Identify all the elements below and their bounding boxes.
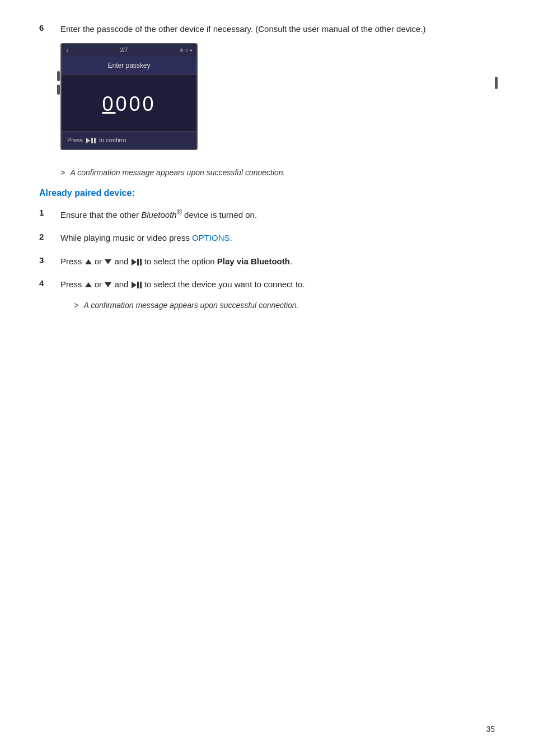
passkey-display: 0000 [102,88,156,120]
pause-bar-1 [91,138,93,143]
page-content: 6 Enter the passcode of the other device… [39,22,495,310]
step-3-text: Press or and to select the option Play v… [60,255,495,268]
step-4-number: 4 [39,278,60,288]
bar-4-1 [137,282,139,288]
step-6-number: 6 [39,22,60,32]
device-footer: Press to confirm [62,131,196,149]
step-4-and: and [114,279,130,289]
device-status-bar: ♪ 2/7 ✳ ○ ▪ [62,44,196,57]
step-4-or1: or [95,279,105,289]
bar-4-2 [140,282,142,288]
step-1-text: Ensure that the other Bluetooth® device … [60,207,495,221]
options-highlight: OPTIONS [192,233,230,242]
down-arrow-icon-4 [105,282,111,287]
device-btn-1 [57,71,60,81]
page-number: 35 [486,725,495,734]
passkey-cursor: 0 [102,92,115,115]
pause-bar-2 [94,138,96,143]
arrow-gt-2: > [74,301,78,310]
up-arrow-icon [85,259,92,264]
passkey-rest: 000 [115,92,156,115]
device-main-area: 0000 [62,75,196,131]
device-screenshot-wrapper: ♪ 2/7 ✳ ○ ▪ Enter passkey 00 [60,43,495,150]
bars-4 [137,282,142,288]
step-3-before: Press [60,256,85,266]
step-1-sup: ® [177,208,182,216]
step-3: 3 Press or and to select the option Play… [39,255,495,268]
play-triangle [86,138,90,143]
step-3-number: 3 [39,255,60,265]
page-indicator: 2/7 [120,46,128,55]
step-2-number: 2 [39,231,60,241]
step-2-before: While playing music or video press [60,233,192,242]
bar-3-1 [137,259,139,265]
step-2-text: While playing music or video press OPTIO… [60,231,495,244]
device-left-buttons [57,71,60,95]
step-3-after: . [290,256,292,266]
device-title-text: Enter passkey [107,62,150,69]
step-2: 2 While playing music or video press OPT… [39,231,495,244]
footer-to-confirm: to confirm [99,136,126,145]
step-6-text: Enter the passcode of the other device i… [60,22,495,158]
pause-bars [91,138,96,143]
step-3-and: and [114,256,130,266]
step-3-mid: to select the option [144,256,217,266]
step-6-content: Enter the passcode of the other device i… [60,24,426,34]
bar-3-2 [140,259,142,265]
music-icon: ♪ [66,46,69,55]
play-pause-btn-4 [132,282,142,288]
status-left: ♪ [66,46,69,55]
tri-3 [132,259,137,265]
confirmation-2-text: A confirmation message appears upon succ… [84,301,299,310]
tri-4 [132,282,137,288]
step-2-after: . [230,233,232,242]
step-4-before: Press [60,279,85,289]
step-4-text: Press or and to select the device you wa… [60,278,495,291]
section-heading-text: Already paired device: [39,188,135,198]
confirmation-note-1: > A confirmation message appears upon su… [60,168,495,177]
step-4-mid: to select the device you want to connect… [144,279,305,289]
bars-3 [137,259,142,265]
step-6: 6 Enter the passcode of the other device… [39,22,495,158]
step-1-italic: Bluetooth [141,210,176,220]
play-pause-icon [86,138,96,143]
play-via-bt: Play via Bluetooth [217,256,290,266]
up-arrow-icon-4 [85,282,92,287]
status-right: ✳ ○ ▪ [179,46,192,55]
step-3-or1: or [95,256,105,266]
down-arrow-icon [105,259,111,264]
arrow-gt-1: > [60,168,65,177]
play-pause-btn-3 [132,259,142,265]
step-1-after: device is turned on. [182,210,257,220]
step-1-number: 1 [39,207,60,217]
device-screenshot: ♪ 2/7 ✳ ○ ▪ Enter passkey 00 [60,43,198,150]
step-1: 1 Ensure that the other Bluetooth® devic… [39,207,495,221]
device-btn-2 [57,85,60,95]
confirmation-1-text: A confirmation message appears upon succ… [71,168,285,177]
page-number-text: 35 [486,725,495,734]
press-label: Press [67,136,83,145]
device-right-notch [495,77,498,89]
status-icons: ✳ ○ ▪ [179,46,192,55]
section-heading: Already paired device: [39,188,495,198]
step-4: 4 Press or and to select the device you … [39,278,495,291]
confirmation-note-2: > A confirmation message appears upon su… [74,301,495,310]
step-1-before: Ensure that the other [60,210,141,220]
device-title-bar: Enter passkey [62,57,196,76]
